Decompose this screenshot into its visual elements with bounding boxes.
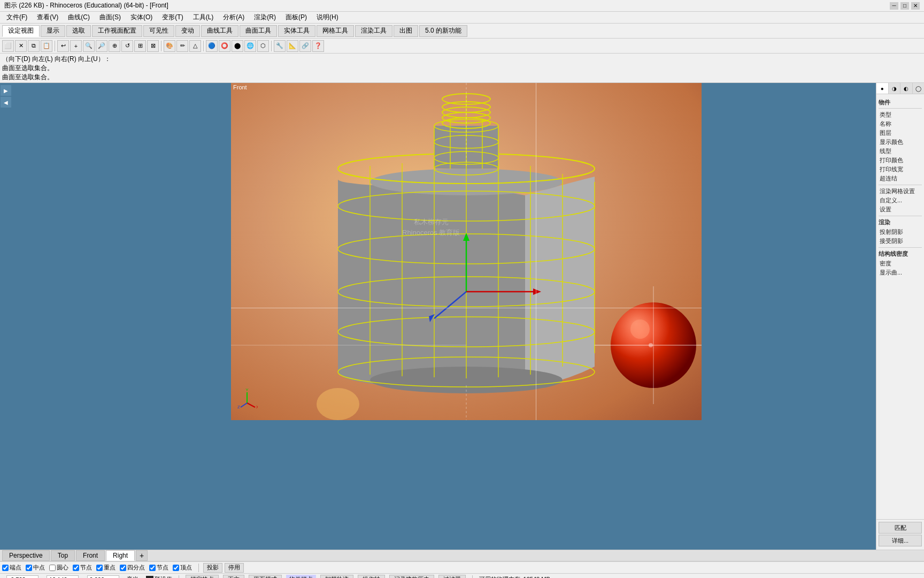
toolbar-icon-undo[interactable]: ↩ [57, 40, 69, 52]
snap-project-btn[interactable]: 投影 [203, 563, 222, 573]
menu-transform[interactable]: 变形(T) [158, 12, 187, 23]
vp-tab-right[interactable]: Right [106, 550, 135, 561]
viewport-container[interactable]: Front 私木柳存元 Rhinoceros 教育版 [12, 83, 876, 550]
rp-item-cast-shadow[interactable]: 投射阴影 [879, 227, 922, 237]
menu-view[interactable]: 查看(V) [33, 12, 63, 23]
toolbar-icon-17[interactable]: ⬤ [232, 40, 243, 52]
toolbar-icon-16[interactable]: ⭕ [219, 40, 230, 52]
rp-item-density[interactable]: 密度 [879, 259, 922, 268]
menu-tools[interactable]: 工具(L) [189, 12, 218, 23]
rp-item-settings[interactable]: 设置 [879, 205, 922, 214]
toolbar-icon-19[interactable]: ⬡ [257, 40, 269, 52]
tab-transform[interactable]: 变动 [175, 25, 200, 37]
vp-tab-front[interactable]: Front [76, 550, 105, 561]
menu-file[interactable]: 文件(F) [2, 12, 32, 23]
rp-tab-4[interactable]: ◯ [913, 83, 925, 94]
tab-render-tools[interactable]: 渲染工具 [355, 25, 392, 37]
front-viewport[interactable]: Front 私木柳存元 Rhinoceros 教育版 [231, 83, 702, 420]
coord-history-btn[interactable]: 记录建构历史 [389, 575, 434, 578]
menu-analyze[interactable]: 分析(A) [219, 12, 249, 23]
snap-endpoint[interactable]: 端点 [2, 564, 21, 572]
rp-detail-button[interactable]: 详细... [879, 535, 922, 546]
toolbar-icon-paste[interactable]: 📋 [41, 40, 52, 52]
tab-surface-tools[interactable]: 曲面工具 [240, 25, 277, 37]
rp-item-show-curve[interactable]: 显示曲... [879, 268, 922, 277]
toolbar-icon-18[interactable]: 🌐 [244, 40, 256, 52]
coord-snap-btn[interactable]: 锁定格点 [186, 575, 219, 578]
menu-panel[interactable]: 面板(P) [281, 12, 311, 23]
toolbar-icon-copy[interactable]: ⧉ [28, 40, 40, 52]
tab-new50[interactable]: 5.0 的新功能 [419, 25, 467, 37]
toolbar-icon-22[interactable]: 🔗 [299, 40, 311, 52]
rp-item-custom[interactable]: 自定义... [879, 196, 922, 205]
rp-match-button[interactable]: 匹配 [879, 522, 922, 534]
tab-solid-tools[interactable]: 实体工具 [278, 25, 315, 37]
minimize-button[interactable]: ─ [890, 2, 898, 10]
snap-knot[interactable]: 节点 [73, 564, 92, 572]
rp-item-layer[interactable]: 图层 [879, 128, 922, 138]
rp-tab-2[interactable]: ◑ [889, 83, 901, 94]
menu-curve[interactable]: 曲线(C) [64, 12, 94, 23]
left-icon-1[interactable]: ▶ [1, 85, 11, 96]
coord-plane-btn[interactable]: 平面模式 [249, 575, 282, 578]
snap-center[interactable]: 圆心 [49, 564, 68, 572]
toolbar-icon-12[interactable]: 🎨 [164, 40, 175, 52]
maximize-button[interactable]: □ [900, 2, 909, 10]
rp-item-recv-shadow[interactable]: 接受阴影 [879, 237, 922, 246]
toolbar-icon-7[interactable]: 🔎 [96, 40, 107, 52]
rp-tab-1[interactable]: ● [876, 83, 889, 94]
coord-gumball-btn[interactable]: 操作轴 [358, 575, 385, 578]
toolbar-icon-21[interactable]: 📐 [287, 40, 298, 52]
cmd-line1: （向下(D) 向左(L) 向右(R) 向上(U）： [2, 55, 922, 64]
toolbar-icon-1[interactable]: ⬜ [2, 40, 14, 52]
menu-render[interactable]: 渲染(R) [250, 12, 280, 23]
rp-item-render-mesh[interactable]: 渲染网格设置 [879, 187, 922, 196]
rp-tab-3[interactable]: ◐ [900, 83, 913, 94]
rp-item-linetype[interactable]: 线型 [879, 147, 922, 156]
rp-item-display-color[interactable]: 显示颜色 [879, 138, 922, 147]
close-button[interactable]: ✕ [911, 2, 920, 10]
snap-knot2[interactable]: 节点 [149, 564, 168, 572]
snap-disable-btn[interactable]: 停用 [225, 563, 244, 573]
menu-surface[interactable]: 曲面(S) [95, 12, 125, 23]
rp-item-name[interactable]: 名称 [879, 119, 922, 128]
tab-select[interactable]: 选取 [66, 25, 91, 37]
toolbar-icon-15[interactable]: 🔵 [206, 40, 218, 52]
coord-ortho-btn[interactable]: 正交 [223, 575, 244, 578]
snap-midpoint[interactable]: 中点 [26, 564, 45, 572]
rp-item-hyperlink[interactable]: 超连结 [879, 174, 922, 183]
rp-item-type[interactable]: 类型 [879, 110, 922, 119]
toolbar-icon-10[interactable]: ⊞ [134, 40, 146, 52]
snap-quadrant[interactable]: 四分点 [120, 564, 145, 572]
vp-tab-add[interactable]: + [136, 550, 148, 561]
toolbar-icon-13[interactable]: ✏ [176, 40, 188, 52]
left-icon-2[interactable]: ◀ [1, 97, 11, 108]
coord-smarttrack-btn[interactable]: 智慧轨迹 [320, 575, 353, 578]
toolbar-icon-9[interactable]: ↺ [121, 40, 133, 52]
toolbar-icon-23[interactable]: ❓ [312, 40, 324, 52]
tab-mesh-tools[interactable]: 网格工具 [317, 25, 354, 37]
toolbar-icon-20[interactable]: 🔧 [274, 40, 286, 52]
tab-viewport-config[interactable]: 工作视面配置 [92, 25, 142, 37]
menu-solid[interactable]: 实体(O) [126, 12, 157, 23]
toolbar-icon-11[interactable]: ⊠ [147, 40, 159, 52]
coord-objsnap-btn[interactable]: 物件锁点 [286, 575, 316, 578]
rp-item-print-color[interactable]: 打印颜色 [879, 156, 922, 165]
tab-setview[interactable]: 设定视图 [2, 25, 40, 37]
toolbar-icon-6[interactable]: 🔍 [83, 40, 95, 52]
vp-tab-perspective[interactable]: Perspective [2, 550, 50, 561]
tab-visibility[interactable]: 可见性 [143, 25, 174, 37]
snap-topvert[interactable]: 顶点 [173, 564, 192, 572]
rp-item-print-width[interactable]: 打印线宽 [879, 165, 922, 174]
menu-help[interactable]: 说明(H) [312, 12, 343, 23]
vp-tab-top[interactable]: Top [51, 550, 75, 561]
toolbar-icon-14[interactable]: △ [189, 40, 201, 52]
toolbar-icon-8[interactable]: ⊕ [109, 40, 120, 52]
snap-vertex[interactable]: 重点 [96, 564, 116, 572]
toolbar-icon-5[interactable]: + [70, 40, 82, 52]
tab-curve-tools[interactable]: 曲线工具 [201, 25, 238, 37]
tab-display[interactable]: 显示 [41, 25, 65, 37]
toolbar-icon-2[interactable]: ✕ [15, 40, 27, 52]
tab-print[interactable]: 出图 [394, 25, 418, 37]
coord-filter-btn[interactable]: 过滤器 [438, 575, 466, 578]
